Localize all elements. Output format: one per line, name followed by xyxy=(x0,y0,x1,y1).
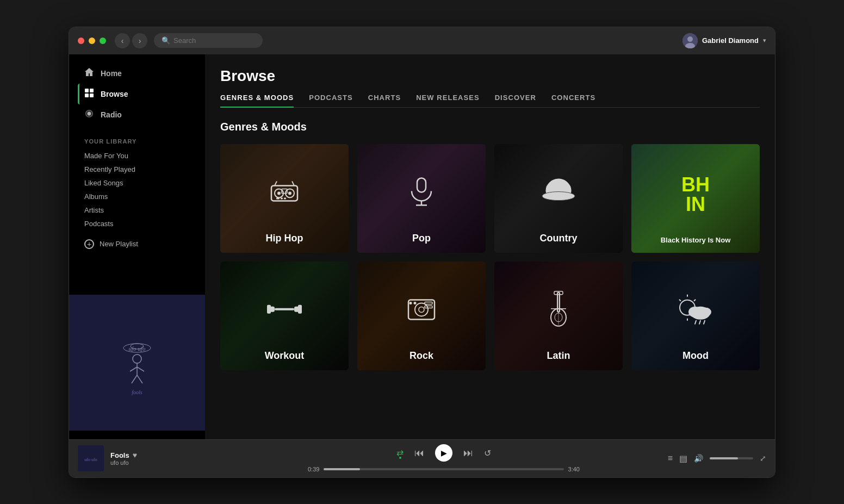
tab-discover[interactable]: DISCOVER xyxy=(495,94,536,107)
svg-point-21 xyxy=(277,191,281,195)
search-icon: 🔍 xyxy=(162,36,170,45)
volume-track[interactable] xyxy=(710,457,753,459)
player-info: Fools ♥ ufo ufo xyxy=(110,451,137,466)
previous-button[interactable]: ⏮ xyxy=(414,447,424,459)
app-window: ‹ › 🔍 Gabriel Diamond ▾ xyxy=(69,27,775,478)
chevron-down-icon[interactable]: ▾ xyxy=(763,37,766,44)
sidebar-label-radio: Radio xyxy=(101,110,122,119)
genre-label-pop: Pop xyxy=(357,233,486,244)
genre-card-mood[interactable]: Mood xyxy=(631,262,760,370)
tab-genres-moods[interactable]: GENRES & MOODS xyxy=(220,94,294,107)
svg-rect-6 xyxy=(90,94,94,97)
svg-rect-27 xyxy=(276,197,280,199)
country-icon xyxy=(539,171,578,216)
content-area: Browse GENRES & MOODS PODCASTS CHARTS NE… xyxy=(205,54,775,439)
queue-icon[interactable]: ▤ xyxy=(679,453,687,464)
svg-line-63 xyxy=(699,320,700,323)
progress-track[interactable] xyxy=(324,468,563,470)
tab-podcasts[interactable]: PODCASTS xyxy=(309,94,353,107)
sidebar-item-artists[interactable]: Artists xyxy=(69,203,205,217)
new-playlist-label: New Playlist xyxy=(100,240,138,248)
genres-section: Genres & Moods xyxy=(205,108,775,383)
new-playlist-button[interactable]: + New Playlist xyxy=(69,235,205,253)
user-area: Gabriel Diamond ▾ xyxy=(682,33,766,48)
close-button[interactable] xyxy=(78,38,84,44)
content-header: Browse GENRES & MOODS PODCASTS CHARTS NE… xyxy=(205,54,775,108)
artist-name: ufo ufo xyxy=(110,459,137,466)
progress-area: 0:39 3:40 xyxy=(308,466,580,472)
player-thumbnail: ufo ufo xyxy=(78,445,104,471)
svg-line-62 xyxy=(695,320,696,323)
svg-text:ufo ufo: ufo ufo xyxy=(129,345,146,352)
back-button[interactable]: ‹ xyxy=(115,33,130,48)
search-input[interactable] xyxy=(173,36,250,45)
album-art-preview: ufo ufo fools xyxy=(69,295,205,431)
player-center: ⇄ ⏮ ▶ ⏭ ↺ 0:39 3:40 xyxy=(230,444,657,472)
mood-icon xyxy=(677,292,715,331)
sidebar-item-recently-played[interactable]: Recently Played xyxy=(69,163,205,176)
library-section-title: YOUR LIBRARY xyxy=(69,138,205,145)
svg-point-41 xyxy=(415,303,428,316)
sidebar-item-albums[interactable]: Albums xyxy=(69,190,205,203)
progress-fill xyxy=(324,468,359,470)
sidebar-item-liked-songs[interactable]: Liked Songs xyxy=(69,176,205,190)
player-right: ≡ ▤ 🔊 ⤢ xyxy=(657,453,766,464)
svg-rect-3 xyxy=(85,89,89,92)
maximize-button[interactable] xyxy=(100,38,106,44)
genre-card-workout[interactable]: Workout xyxy=(220,262,349,370)
sidebar-item-radio[interactable]: Radio xyxy=(78,104,196,125)
tabs: GENRES & MOODS PODCASTS CHARTS NEW RELEA… xyxy=(220,94,760,108)
genre-card-hiphop[interactable]: Hip Hop xyxy=(220,144,349,253)
current-time: 0:39 xyxy=(308,466,319,472)
volume-icon[interactable]: 🔊 xyxy=(694,454,703,463)
svg-rect-5 xyxy=(85,94,89,97)
genre-card-bhm[interactable]: BHIN Black History Is Now xyxy=(631,144,760,253)
genres-title: Genres & Moods xyxy=(220,121,760,133)
svg-line-58 xyxy=(694,299,696,301)
tab-concerts[interactable]: CONCERTS xyxy=(551,94,595,107)
genre-card-country[interactable]: Country xyxy=(494,144,623,253)
sidebar-item-podcasts[interactable]: Podcasts xyxy=(69,217,205,231)
window-controls xyxy=(78,38,106,44)
forward-button[interactable]: › xyxy=(132,33,147,48)
play-pause-button[interactable]: ▶ xyxy=(435,444,452,462)
heart-icon[interactable]: ♥ xyxy=(133,451,137,459)
main-area: Home Browse xyxy=(69,54,775,439)
svg-rect-38 xyxy=(298,304,302,313)
minimize-button[interactable] xyxy=(89,38,95,44)
sidebar-item-made-for-you[interactable]: Made For You xyxy=(69,149,205,163)
home-icon xyxy=(84,67,94,79)
next-button[interactable]: ⏭ xyxy=(463,447,473,459)
bhm-text: BHIN xyxy=(681,175,710,214)
repeat-button[interactable]: ↺ xyxy=(484,448,491,458)
shuffle-button[interactable]: ⇄ xyxy=(396,447,404,458)
fullscreen-icon[interactable]: ⤢ xyxy=(760,454,766,463)
genre-card-rock[interactable]: Rock xyxy=(357,262,486,370)
sidebar-item-home[interactable]: Home xyxy=(78,63,196,84)
player-controls: ⇄ ⏮ ▶ ⏭ ↺ xyxy=(396,444,491,462)
search-bar[interactable]: 🔍 xyxy=(154,33,263,48)
svg-point-43 xyxy=(409,301,412,304)
genre-card-pop[interactable]: Pop xyxy=(357,144,486,253)
tab-new-releases[interactable]: NEW RELEASES xyxy=(416,94,480,107)
workout-icon xyxy=(265,295,303,329)
genre-card-latin[interactable]: Latin xyxy=(494,262,623,370)
latin-icon xyxy=(543,289,574,333)
sidebar-item-browse[interactable]: Browse xyxy=(78,84,196,104)
hiphop-icon xyxy=(267,173,302,215)
svg-rect-39 xyxy=(275,308,294,310)
genre-label-country: Country xyxy=(494,233,623,244)
tab-charts[interactable]: CHARTS xyxy=(368,94,401,107)
svg-rect-28 xyxy=(281,197,283,199)
genre-label-hiphop: Hip Hop xyxy=(220,233,349,244)
svg-point-42 xyxy=(419,307,424,312)
lyrics-icon[interactable]: ≡ xyxy=(668,453,673,463)
genres-grid: Hip Hop xyxy=(220,144,760,370)
svg-rect-29 xyxy=(284,197,286,199)
svg-text:fools: fools xyxy=(132,389,142,395)
genre-label-workout: Workout xyxy=(220,350,349,362)
avatar xyxy=(682,33,698,48)
svg-line-64 xyxy=(704,320,705,323)
page-title: Browse xyxy=(220,67,760,85)
sidebar-label-browse: Browse xyxy=(101,90,128,98)
